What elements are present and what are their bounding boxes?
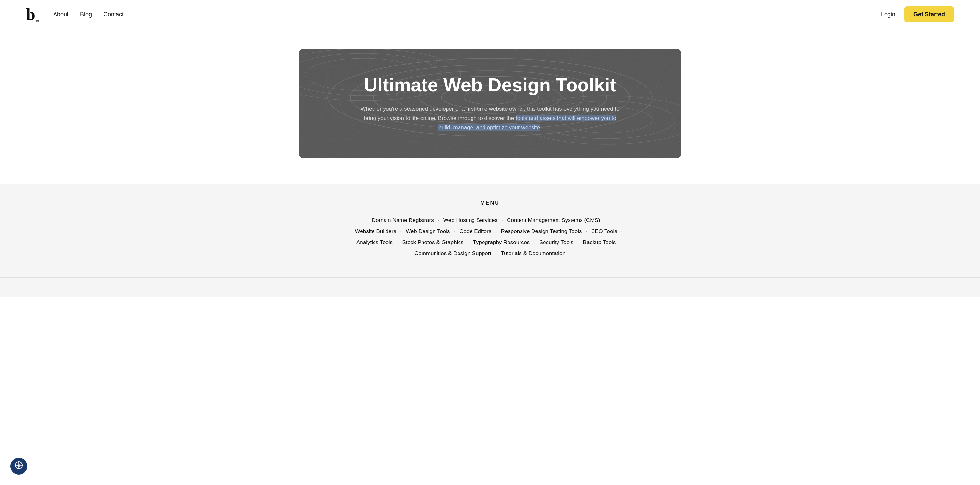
hero-title: Ultimate Web Design Toolkit	[337, 74, 643, 95]
menu-item-web-hosting[interactable]: Web Hosting Services	[443, 217, 498, 223]
separator-11: ·	[534, 240, 535, 245]
hero-banner: Ultimate Web Design Toolkit Whether you'…	[299, 49, 681, 158]
separator-12: ·	[578, 240, 579, 245]
separator-5: ·	[454, 229, 455, 234]
get-started-button[interactable]: Get Started	[904, 6, 954, 22]
menu-item-typography[interactable]: Typography Resources	[473, 239, 530, 246]
menu-item-web-design-tools[interactable]: Web Design Tools	[406, 228, 450, 235]
separator-14: ·	[496, 251, 497, 256]
menu-item-responsive-design[interactable]: Responsive Design Testing Tools	[501, 228, 582, 235]
svg-text:™: ™	[36, 20, 39, 23]
header-right: Login Get Started	[881, 6, 954, 22]
footer-area	[0, 277, 980, 297]
hero-description-text2: .	[540, 125, 542, 131]
site-header: b ™ About Blog Contact Login Get Started	[0, 0, 980, 29]
separator-9: ·	[397, 240, 398, 245]
menu-item-website-builders[interactable]: Website Builders	[355, 228, 396, 235]
separator-7: ·	[586, 229, 587, 234]
nav-contact[interactable]: Contact	[103, 11, 124, 18]
menu-item-security[interactable]: Security Tools	[539, 239, 574, 246]
separator-3: ·	[604, 218, 606, 223]
main-nav: About Blog Contact	[53, 11, 124, 18]
separator-10: ·	[468, 240, 469, 245]
menu-item-tutorials[interactable]: Tutorials & Documentation	[501, 250, 566, 257]
menu-items-container: Domain Name Registrars · Web Hosting Ser…	[26, 215, 954, 259]
nav-about[interactable]: About	[53, 11, 68, 18]
separator-1: ·	[438, 218, 439, 223]
separator-8: ·	[621, 229, 623, 234]
login-link[interactable]: Login	[881, 11, 895, 18]
hero-section: Ultimate Web Design Toolkit Whether you'…	[0, 29, 980, 184]
header-left: b ™ About Blog Contact	[26, 6, 124, 23]
menu-item-seo-tools[interactable]: SEO Tools	[591, 228, 617, 235]
menu-item-analytics[interactable]: Analytics Tools	[356, 239, 393, 246]
logo[interactable]: b ™	[26, 6, 40, 23]
menu-item-domain-registrars[interactable]: Domain Name Registrars	[372, 217, 434, 223]
menu-item-communities[interactable]: Communities & Design Support	[414, 250, 491, 257]
menu-section: MENU Domain Name Registrars · Web Hostin…	[0, 184, 980, 277]
separator-4: ·	[401, 229, 402, 234]
menu-title: MENU	[26, 200, 954, 206]
menu-item-cms[interactable]: Content Management Systems (CMS)	[507, 217, 600, 223]
hero-description: Whether you're a seasoned developer or a…	[360, 105, 620, 133]
separator-13: ·	[620, 240, 621, 245]
separator-2: ·	[502, 218, 503, 223]
menu-item-code-editors[interactable]: Code Editors	[460, 228, 491, 235]
menu-item-backup[interactable]: Backup Tools	[583, 239, 616, 246]
menu-item-stock-photos[interactable]: Stock Photos & Graphics	[402, 239, 463, 246]
svg-text:b: b	[26, 6, 35, 23]
nav-blog[interactable]: Blog	[80, 11, 92, 18]
logo-icon: b ™	[26, 6, 40, 23]
separator-6: ·	[496, 229, 497, 234]
